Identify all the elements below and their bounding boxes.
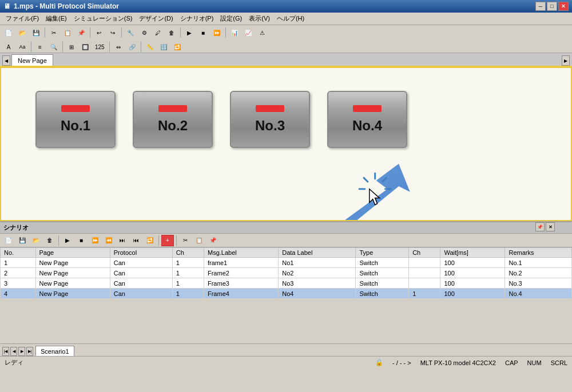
- link-btn[interactable]: 🔗: [126, 41, 138, 53]
- run-btn[interactable]: ⏩: [210, 27, 223, 38]
- device-card-4[interactable]: No.4: [327, 91, 407, 148]
- tab-prev-button[interactable]: ◀: [2, 55, 10, 66]
- table-header-row: No. Page Protocol Ch Msg.Label Data Labe…: [1, 248, 572, 258]
- device-card-1[interactable]: No.1: [35, 91, 116, 148]
- sc-del[interactable]: 🗑: [43, 235, 56, 246]
- btn-c[interactable]: 🖊: [152, 27, 164, 38]
- sc-add[interactable]: +: [161, 235, 174, 246]
- menu-file[interactable]: ファイル(F): [2, 13, 42, 24]
- copy-btn[interactable]: 📋: [61, 27, 74, 38]
- font-btn[interactable]: A: [2, 41, 15, 53]
- new-btn[interactable]: 📄: [2, 27, 15, 38]
- table-cell: frame1: [204, 258, 278, 268]
- table-row[interactable]: 2New PageCan1Frame2No2Switch100No.2: [1, 268, 572, 278]
- sc-tab-next[interactable]: ▶: [18, 347, 25, 356]
- minimize-button[interactable]: ─: [535, 2, 546, 11]
- status-right: 🔒 - / - - > MLT PX-10 model 4C2CX2 CAP N…: [375, 359, 567, 366]
- stop-btn[interactable]: ■: [197, 27, 209, 38]
- sep5: [225, 27, 226, 38]
- play-btn[interactable]: ▶: [183, 27, 196, 38]
- menu-view[interactable]: 表示(V): [245, 13, 273, 24]
- btn-f[interactable]: 📈: [242, 27, 255, 38]
- svg-marker-6: [370, 189, 380, 205]
- scenario-tab-label: Scenario1: [41, 348, 69, 355]
- tab-label: New Page: [18, 57, 47, 64]
- menu-scenario[interactable]: シナリオ(P): [177, 13, 217, 24]
- sc-ff[interactable]: ⏩: [89, 235, 101, 246]
- red-indicator-1: [61, 105, 90, 112]
- cut-btn[interactable]: ✂: [47, 27, 60, 38]
- col-remarks: Remarks: [505, 248, 572, 258]
- redo-btn[interactable]: ↪: [106, 27, 119, 38]
- btn-e[interactable]: 📊: [228, 27, 241, 38]
- sc-tab-last[interactable]: ▶|: [26, 347, 33, 356]
- btn-d[interactable]: 🗑: [165, 27, 178, 38]
- menu-bar: ファイル(F) 編集(E) シミュレーション(S) デザイン(D) シナリオ(P…: [0, 13, 572, 25]
- zoom-btn[interactable]: 🔍: [47, 41, 60, 53]
- menu-help[interactable]: ヘルプ(H): [273, 13, 308, 24]
- sc-step[interactable]: ⏭: [116, 235, 129, 246]
- tab-new-page[interactable]: New Page: [11, 54, 53, 66]
- table-cell: 1: [172, 278, 204, 289]
- panel-pin-btn[interactable]: 📌: [535, 222, 545, 231]
- nav-btn[interactable]: ⇔: [112, 41, 125, 53]
- sc-save[interactable]: 💾: [16, 235, 29, 246]
- table-cell: 100: [440, 278, 505, 289]
- undo-btn[interactable]: ↩: [93, 27, 105, 38]
- measure-btn[interactable]: 📏: [144, 41, 156, 53]
- table-cell: [409, 258, 440, 268]
- table-cell: New Page: [35, 258, 110, 268]
- sc-step2[interactable]: ⏮: [130, 235, 142, 246]
- filter-btn[interactable]: 🔁: [171, 41, 184, 53]
- toolbar-area: 📄 📂 💾 ✂ 📋 📌 ↩ ↪ 🔧 ⚙ 🖊 🗑 ▶ ■ ⏩ 📊 📈 ⚠ A Aa…: [0, 25, 572, 53]
- sc-new[interactable]: 📄: [2, 235, 15, 246]
- sc-paste[interactable]: 📌: [206, 235, 219, 246]
- sc-open[interactable]: 📂: [30, 235, 42, 246]
- grid-btn[interactable]: ⊞: [65, 41, 78, 53]
- scenario-tab-bar: |◀ ◀ ▶ ▶| Scenario1: [0, 343, 572, 356]
- table-cell: No2: [279, 268, 356, 278]
- scenario-table-container: No. Page Protocol Ch Msg.Label Data Labe…: [0, 247, 572, 343]
- scenario-tab-1[interactable]: Scenario1: [35, 346, 74, 356]
- window-controls: ─ □ ✕: [535, 2, 569, 11]
- calc-btn[interactable]: 🔢: [157, 41, 170, 53]
- open-btn[interactable]: 📂: [16, 27, 29, 38]
- table-row[interactable]: 3New PageCan1Frame3No3Switch100No.3: [1, 278, 572, 289]
- table-cell: 100: [440, 258, 505, 268]
- btn-a[interactable]: 🔧: [124, 27, 137, 38]
- device-card-2[interactable]: No.2: [133, 91, 213, 148]
- table-cell: Frame3: [204, 278, 278, 289]
- sc-cut[interactable]: ✂: [179, 235, 192, 246]
- menu-settings[interactable]: 設定(G): [217, 13, 245, 24]
- sc-tab-first[interactable]: |◀: [2, 347, 9, 356]
- sc-play[interactable]: ▶: [61, 235, 74, 246]
- btn-b[interactable]: ⚙: [138, 27, 150, 38]
- menu-simulation[interactable]: シミュレーション(S): [70, 13, 136, 24]
- save-btn[interactable]: 💾: [30, 27, 42, 38]
- col-type: Type: [356, 248, 409, 258]
- warning-btn[interactable]: ⚠: [256, 27, 268, 38]
- size-btn[interactable]: Aa: [16, 41, 29, 53]
- maximize-button[interactable]: □: [547, 2, 557, 11]
- paste-btn[interactable]: 📌: [75, 27, 88, 38]
- table-row[interactable]: 1New PageCan1frame1No1Switch100No.1: [1, 258, 572, 268]
- scenario-table: No. Page Protocol Ch Msg.Label Data Labe…: [0, 247, 572, 299]
- snap-btn[interactable]: 🔲: [79, 41, 92, 53]
- sc-rew[interactable]: ⏪: [102, 235, 115, 246]
- panel-header: シナリオ 📌 ✕: [0, 222, 572, 234]
- align-btn[interactable]: ≡: [34, 41, 46, 53]
- device-card-3[interactable]: No.3: [230, 91, 310, 148]
- menu-edit[interactable]: 編集(E): [42, 13, 70, 24]
- sep4: [180, 27, 181, 38]
- sc-stop[interactable]: ■: [75, 235, 88, 246]
- table-row[interactable]: 4New PageCan1Frame4No4Switch1100No.4: [1, 289, 572, 299]
- tab-next-button[interactable]: ▶: [562, 55, 570, 66]
- menu-design[interactable]: デザイン(D): [136, 13, 176, 24]
- sc-copy[interactable]: 📋: [193, 235, 205, 246]
- close-button[interactable]: ✕: [558, 2, 569, 11]
- panel-close-btn[interactable]: ✕: [546, 222, 555, 231]
- sc-loop[interactable]: 🔁: [144, 235, 156, 246]
- col-no: No.: [1, 248, 36, 258]
- svg-line-2: [382, 178, 386, 182]
- sc-tab-prev[interactable]: ◀: [10, 347, 17, 356]
